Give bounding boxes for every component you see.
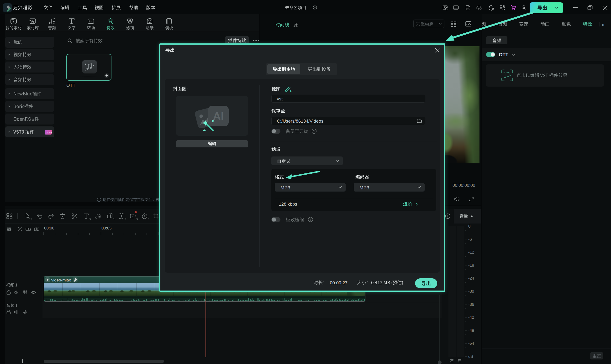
svg-text:AI: AI — [290, 90, 292, 92]
svg-text:AI: AI — [213, 110, 224, 122]
